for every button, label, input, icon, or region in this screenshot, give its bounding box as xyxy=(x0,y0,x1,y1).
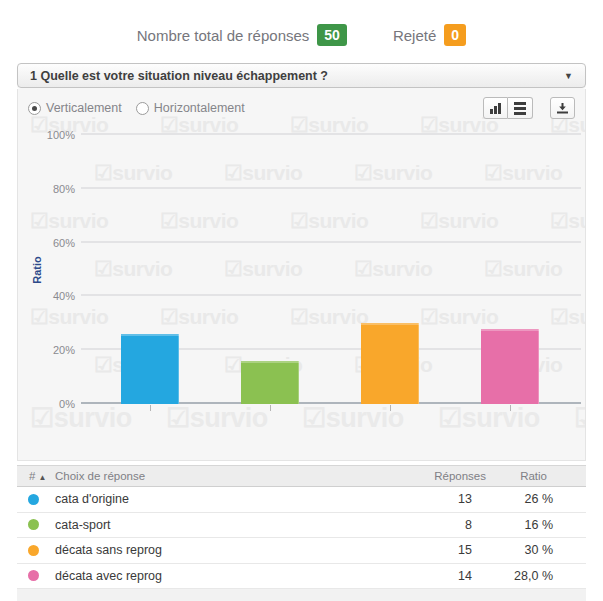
table-header-row: # ▲ Choix de réponse Réponses Ratio xyxy=(17,465,586,487)
y-tick-label: 20% xyxy=(37,344,75,356)
row-dot-cell xyxy=(17,494,55,505)
radio-vertical-label: Verticalement xyxy=(46,101,122,115)
table-row: décata sans reprog 15 30 % xyxy=(17,538,586,564)
radio-horizontal-icon[interactable] xyxy=(136,102,149,115)
bar-décata sans reprog[interactable] xyxy=(361,323,419,404)
watermark-row: ☑survio☑survio☑survio☑survio☑survio xyxy=(30,402,586,434)
responses-cell: 14 xyxy=(386,569,486,583)
summary-header: Nombre total de réponses 50 Rejeté 0 xyxy=(0,24,603,46)
list-view-icon xyxy=(514,102,526,115)
chart-view-button[interactable] xyxy=(483,97,508,119)
row-dot-cell xyxy=(17,519,55,530)
bar-cata-sport[interactable] xyxy=(241,361,299,404)
bar-chart-icon xyxy=(490,103,501,114)
column-header-ratio[interactable]: Ratio xyxy=(486,470,586,482)
total-responses-badge: 50 xyxy=(317,24,347,46)
x-axis-tick xyxy=(390,405,391,411)
choice-cell: décata sans reprog xyxy=(55,543,386,557)
y-tick-label: 80% xyxy=(37,183,75,195)
ratio-cell: 26 % xyxy=(486,492,586,506)
question-label: 1 Quelle est votre situation niveau écha… xyxy=(30,69,328,83)
column-header-responses[interactable]: Réponses xyxy=(386,470,486,482)
chart-card: Verticalement Horizontalement xyxy=(17,89,586,461)
rejected-badge: 0 xyxy=(444,24,466,46)
gridline xyxy=(81,241,581,243)
download-icon xyxy=(556,102,569,115)
sort-asc-icon: ▲ xyxy=(39,473,47,482)
question-select[interactable]: 1 Quelle est votre situation niveau écha… xyxy=(17,63,586,88)
x-axis-tick xyxy=(150,405,151,411)
bar-chart-plot: Ratio 0%20%40%60%80%100% xyxy=(81,135,581,404)
view-buttons xyxy=(483,97,575,119)
responses-cell: 13 xyxy=(386,492,486,506)
series-dot xyxy=(28,570,39,581)
download-button[interactable] xyxy=(550,97,575,119)
responses-cell: 15 xyxy=(386,543,486,557)
series-dot xyxy=(28,494,39,505)
y-tick-label: 100% xyxy=(37,129,75,141)
x-axis-tick xyxy=(510,405,511,411)
chart-controls: Verticalement Horizontalement xyxy=(28,96,575,120)
gridline xyxy=(81,294,581,296)
y-axis-title: Ratio xyxy=(31,256,43,284)
x-axis-tick xyxy=(270,405,271,411)
table-view-button[interactable] xyxy=(508,97,533,119)
survey-results-page: Nombre total de réponses 50 Rejeté 0 1 Q… xyxy=(0,0,603,601)
total-responses-label: Nombre total de réponses xyxy=(137,27,310,44)
radio-horizontal[interactable]: Horizontalement xyxy=(136,101,245,115)
table-row: cata d'origine 13 26 % xyxy=(17,487,586,513)
ratio-cell: 16 % xyxy=(486,518,586,532)
dropdown-caret-icon: ▼ xyxy=(564,71,573,81)
series-dot xyxy=(28,545,39,556)
column-header-choice[interactable]: Choix de réponse xyxy=(55,470,386,482)
row-dot-cell xyxy=(17,570,55,581)
table-row: cata-sport 8 16 % xyxy=(17,513,586,539)
gridline xyxy=(81,133,581,135)
table-footer-strip xyxy=(17,589,586,601)
y-tick-label: 0% xyxy=(37,398,75,410)
y-tick-label: 40% xyxy=(37,290,75,302)
responses-cell: 8 xyxy=(386,518,486,532)
table-row: décata avec reprog 14 28,0 % xyxy=(17,564,586,590)
ratio-cell: 28,0 % xyxy=(486,569,586,583)
radio-vertical-icon[interactable] xyxy=(28,102,41,115)
radio-horizontal-label: Horizontalement xyxy=(154,101,245,115)
bar-décata avec reprog[interactable] xyxy=(481,329,539,404)
series-dot xyxy=(28,519,39,530)
column-header-index[interactable]: # ▲ xyxy=(17,470,55,482)
y-tick-label: 60% xyxy=(37,237,75,249)
rejected-label: Rejeté xyxy=(393,27,436,44)
row-dot-cell xyxy=(17,545,55,556)
results-table: # ▲ Choix de réponse Réponses Ratio cata… xyxy=(17,465,586,601)
choice-cell: cata-sport xyxy=(55,518,386,532)
index-header-label: # xyxy=(29,470,35,482)
choice-cell: décata avec reprog xyxy=(55,569,386,583)
gridline xyxy=(81,187,581,189)
choice-cell: cata d'origine xyxy=(55,492,386,506)
ratio-cell: 30 % xyxy=(486,543,586,557)
bar-cata d'origine[interactable] xyxy=(121,334,179,404)
radio-vertical[interactable]: Verticalement xyxy=(28,101,122,115)
